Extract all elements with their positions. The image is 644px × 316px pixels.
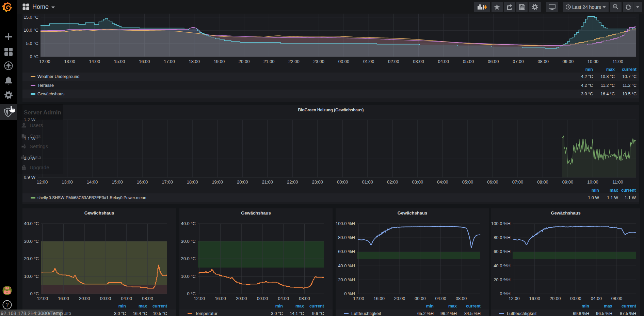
svg-text:?: ? <box>6 302 9 308</box>
